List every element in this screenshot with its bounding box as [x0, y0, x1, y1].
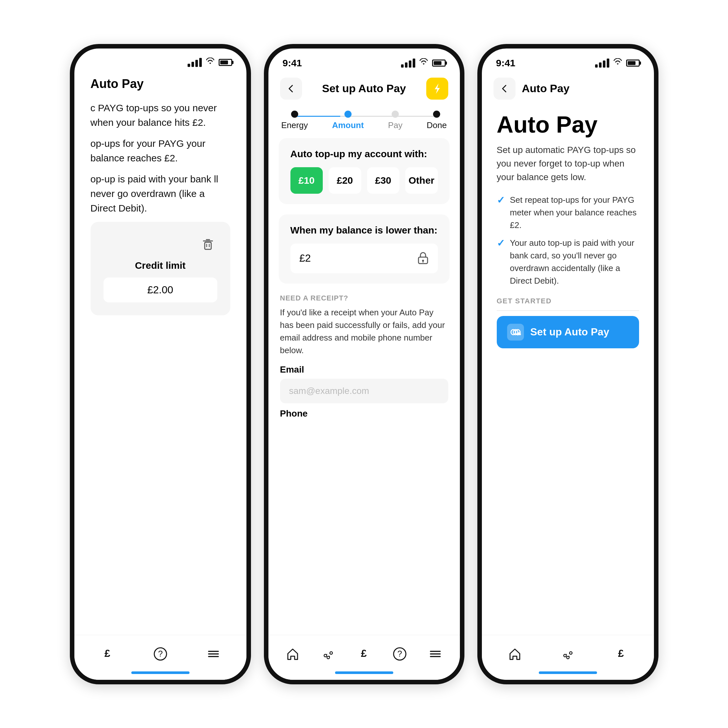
svg-text:£: £ [618, 647, 624, 659]
amount-btn-10[interactable]: £10 [291, 167, 323, 194]
stepper-steps: Energy Amount Pay Done [281, 111, 447, 130]
left-desc-2: op-ups for your PAYG your balance reache… [90, 136, 230, 165]
divider [497, 310, 639, 311]
center-status-icons [401, 58, 446, 68]
credit-limit-card: Credit limit £2.00 [90, 222, 230, 315]
left-main-content: c PAYG top-ups so you never when your ba… [74, 94, 246, 635]
check-text-2: Your auto top-up is paid with your bank … [510, 237, 639, 287]
step-dot-pay [392, 111, 399, 118]
center-main-content: Auto top-up my account with: £10 £20 £30… [268, 133, 460, 635]
step-label-done: Done [427, 120, 447, 130]
amount-btn-other[interactable]: Other [405, 167, 438, 194]
svg-line-18 [327, 654, 327, 655]
center-nav-home[interactable] [283, 644, 302, 664]
screen-container: Auto Pay c PAYG top-ups so you never whe… [0, 0, 728, 728]
back-button[interactable] [280, 78, 302, 99]
amount-btn-30[interactable]: £30 [367, 167, 400, 194]
center-signal-icon [401, 58, 415, 67]
signal-icon [188, 58, 202, 67]
svg-text:£: £ [361, 647, 367, 659]
center-phone: 9:41 Set up Auto Pay [264, 44, 464, 684]
left-nav-menu[interactable] [204, 644, 223, 664]
receipt-need-label: NEED A RECEIPT? [280, 294, 448, 302]
right-signal-icon [595, 58, 609, 67]
center-nav-balance[interactable]: £ [354, 644, 373, 664]
left-desc-3: op-up is paid with your bank ll never go… [90, 172, 230, 216]
step-done: Done [427, 111, 447, 130]
center-nav-help[interactable]: ? [390, 644, 410, 664]
center-page-title: Set up Auto Pay [322, 82, 406, 95]
balance-value: £2 [300, 252, 311, 264]
center-wifi-icon [419, 58, 429, 68]
left-nav-balance[interactable]: £ [98, 644, 117, 664]
trash-icon[interactable] [199, 235, 217, 254]
svg-point-27 [564, 654, 566, 657]
left-status-icons [188, 58, 232, 67]
balance-section-title: When my balance is lower than: [291, 225, 438, 236]
right-wifi-icon [613, 58, 623, 68]
center-status-time: 9:41 [283, 58, 302, 69]
email-input[interactable]: sam@example.com [280, 379, 448, 403]
left-page-title: Auto Pay [74, 70, 246, 94]
credit-limit-label: Credit limit [104, 260, 217, 271]
phone-label: Phone [280, 408, 448, 419]
svg-point-29 [567, 656, 569, 659]
check-icon-1: ✓ [497, 194, 505, 206]
wifi-icon [205, 58, 216, 67]
check-text-1: Set repeat top-ups for your PAYG meter w… [510, 194, 639, 232]
right-nav-home[interactable] [505, 644, 525, 664]
right-battery-icon [626, 60, 640, 67]
center-header: Set up Auto Pay [268, 72, 460, 106]
autopay-description: Set up automatic PAYG top-ups so you nev… [497, 143, 639, 184]
center-nav-menu[interactable] [426, 644, 445, 664]
step-dot-energy [291, 111, 298, 118]
infinity-icon [507, 324, 524, 341]
right-status-bar: 9:41 [482, 49, 654, 72]
right-nav-balance[interactable]: £ [611, 644, 631, 664]
battery-icon [219, 59, 232, 66]
right-back-button[interactable] [494, 78, 515, 99]
right-status-icons [595, 58, 640, 68]
svg-point-15 [324, 654, 327, 657]
right-status-time: 9:41 [496, 58, 515, 69]
right-phone: 9:41 Auto Pay Auto Pay Set up automa [477, 44, 658, 684]
center-battery-icon [432, 60, 446, 67]
left-bottom-nav: £ ? [74, 635, 246, 680]
svg-rect-0 [205, 242, 211, 249]
step-amount: Amount [332, 111, 364, 130]
right-header: Auto Pay [482, 72, 654, 106]
progress-stepper: Energy Amount Pay Done [268, 106, 460, 133]
check-item-1: ✓ Set repeat top-ups for your PAYG meter… [497, 194, 639, 232]
autopay-heading: Auto Pay [497, 112, 639, 138]
check-item-2: ✓ Your auto top-up is paid with your ban… [497, 237, 639, 287]
credit-limit-value: £2.00 [104, 277, 217, 302]
step-dot-amount [344, 111, 352, 118]
center-bottom-nav: £ ? [268, 635, 460, 680]
right-page-title: Auto Pay [522, 82, 569, 95]
step-label-pay: Pay [388, 120, 403, 130]
svg-marker-11 [435, 83, 440, 94]
step-pay: Pay [388, 111, 403, 130]
svg-text:?: ? [158, 649, 162, 658]
center-nav-usage[interactable] [318, 644, 338, 664]
step-label-energy: Energy [281, 120, 308, 130]
left-desc-1: c PAYG top-ups so you never when your ba… [90, 101, 230, 130]
get-started-label: GET STARTED [497, 297, 639, 305]
step-energy: Energy [281, 111, 308, 130]
bolt-button[interactable] [426, 78, 448, 99]
setup-autopay-button[interactable]: Set up Auto Pay [497, 316, 639, 348]
left-nav-help[interactable]: ? [151, 644, 170, 664]
right-bottom-nav: £ [482, 635, 654, 680]
right-nav-usage[interactable] [558, 644, 578, 664]
svg-text:£: £ [104, 647, 110, 659]
right-main-content: Auto Pay Set up automatic PAYG top-ups s… [482, 106, 654, 635]
amount-options: £10 £20 £30 Other [291, 167, 438, 194]
setup-btn-label: Set up Auto Pay [531, 326, 609, 338]
svg-point-28 [569, 652, 572, 654]
balance-section-card: When my balance is lower than: £2 [279, 214, 450, 284]
receipt-description: If you'd like a receipt when your Auto P… [280, 306, 448, 357]
amount-btn-20[interactable]: £20 [329, 167, 361, 194]
balance-input-row: £2 [291, 243, 438, 273]
svg-point-16 [330, 652, 332, 654]
check-icon-2: ✓ [497, 237, 505, 249]
